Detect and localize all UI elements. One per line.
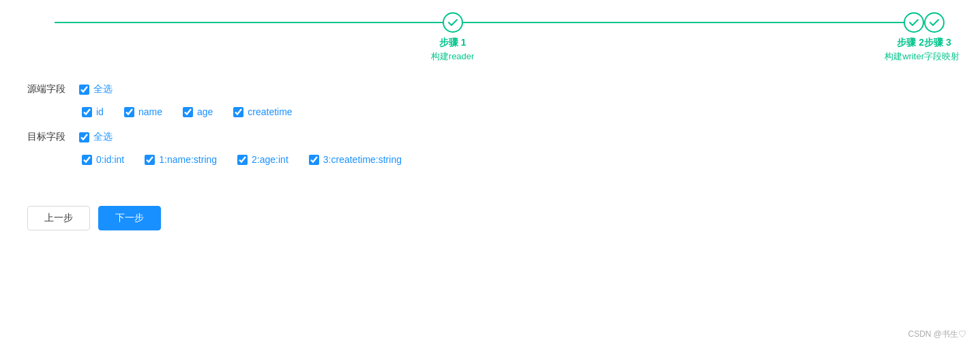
target-field-2-label: 2:age:int [252, 154, 288, 165]
source-field-name-label: name [138, 106, 162, 117]
target-field-2-checkbox[interactable] [237, 155, 248, 165]
button-bar: 上一步 下一步 [0, 192, 980, 244]
target-fields-row: 0:id:int 1:name:string 2:age:int 3:creat… [27, 154, 953, 165]
step-3-desc: 字段映射 [924, 50, 960, 63]
source-select-all-checkbox[interactable] [79, 85, 89, 95]
target-fields-header: 目标字段 全选 [27, 131, 953, 143]
target-field-1[interactable]: 1:name:string [145, 154, 217, 165]
source-field-age-label: age [197, 106, 213, 117]
source-field-name[interactable]: name [124, 106, 162, 117]
source-field-createtime[interactable]: createtime [233, 106, 292, 117]
prev-button[interactable]: 上一步 [27, 206, 90, 230]
source-fields-row: id name age createtime [27, 106, 953, 117]
target-field-0[interactable]: 0:id:int [82, 154, 124, 165]
step-1-desc: 构建reader [431, 50, 475, 63]
source-select-all[interactable]: 全选 [79, 83, 113, 95]
step-1-number: 步骤 1 [439, 37, 466, 49]
source-field-id[interactable]: id [82, 106, 104, 117]
step-2-desc: 构建writer [885, 50, 924, 63]
source-field-createtime-checkbox[interactable] [233, 107, 243, 117]
source-field-id-label: id [96, 106, 104, 117]
target-field-3-checkbox[interactable] [309, 155, 319, 165]
target-field-2[interactable]: 2:age:int [237, 154, 288, 165]
target-select-all-checkbox[interactable] [79, 132, 89, 142]
step-3-circle [924, 12, 945, 33]
source-fields-title: 源端字段 [27, 83, 65, 95]
step-3-number: 步骤 3 [924, 37, 951, 49]
step-3: 步骤 3 字段映射 [924, 12, 960, 63]
target-field-1-label: 1:name:string [159, 154, 217, 165]
target-fields-title: 目标字段 [27, 131, 65, 143]
source-field-id-checkbox[interactable] [82, 107, 92, 117]
next-button[interactable]: 下一步 [98, 206, 161, 230]
step-1: 步骤 1 构建reader [20, 12, 885, 63]
target-field-0-checkbox[interactable] [82, 155, 92, 165]
target-field-3-label: 3:createtime:string [323, 154, 402, 165]
step-2-circle [904, 12, 924, 33]
source-field-createtime-label: createtime [248, 106, 292, 117]
source-field-age-checkbox[interactable] [183, 107, 193, 117]
target-fields-section: 目标字段 全选 0:id:int 1:name:string 2:age:int… [27, 131, 953, 165]
source-fields-section: 源端字段 全选 id name age createtime [27, 83, 953, 117]
target-select-all-label: 全选 [93, 131, 113, 143]
target-field-1-checkbox[interactable] [145, 155, 155, 165]
content-area: 源端字段 全选 id name age createtime [0, 63, 980, 192]
source-select-all-label: 全选 [93, 83, 113, 95]
target-field-0-label: 0:id:int [96, 154, 124, 165]
source-field-age[interactable]: age [183, 106, 213, 117]
stepper: 步骤 1 构建reader 步骤 2 构建writer 步骤 3 字段映射 [0, 0, 980, 63]
source-field-name-checkbox[interactable] [124, 107, 134, 117]
footer-text: CSDN @书生♡ [908, 329, 966, 339]
target-select-all[interactable]: 全选 [79, 131, 113, 143]
footer: CSDN @书生♡ [908, 329, 966, 340]
source-fields-header: 源端字段 全选 [27, 83, 953, 95]
target-field-3[interactable]: 3:createtime:string [309, 154, 402, 165]
step-2-number: 步骤 2 [897, 37, 924, 49]
step-2: 步骤 2 构建writer [885, 12, 924, 63]
step-1-circle [443, 12, 463, 33]
